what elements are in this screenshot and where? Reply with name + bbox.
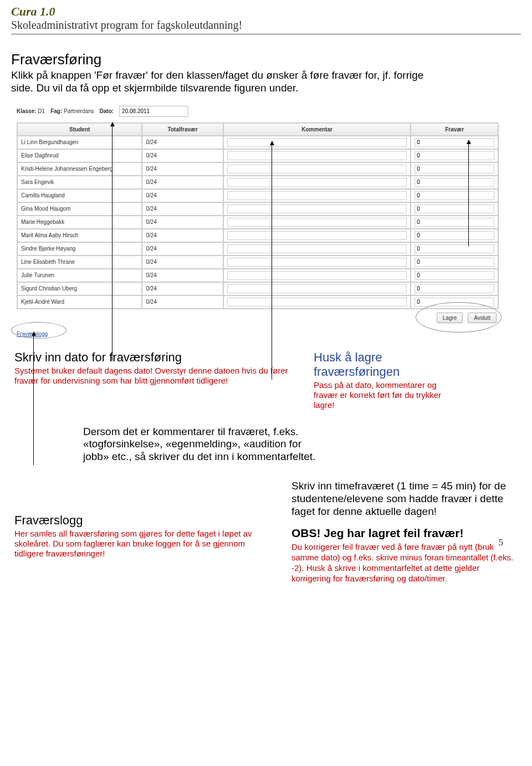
cell-student: Marie Heggebakk — [17, 216, 142, 229]
table-row: Sindre Bjørke Høyang0/24 — [17, 242, 498, 256]
klasse-label: Klasse: — [17, 108, 37, 114]
cell-student: Camilla Haugland — [17, 189, 142, 202]
cell-kommentar — [223, 202, 411, 216]
annotation-arrow — [33, 332, 34, 465]
kommentar-input[interactable] — [227, 271, 407, 280]
cell-kommentar — [223, 176, 411, 189]
kommentar-input[interactable] — [227, 298, 407, 307]
cell-kommentar — [223, 162, 411, 176]
filter-bar: Klasse: D1 Fag: Partnerdans Dato: — [17, 106, 499, 117]
kommentar-input[interactable] — [227, 244, 407, 253]
annotation-arrow — [272, 141, 272, 380]
anno-husk-title: Husk å lagre fraværsføringen — [314, 350, 452, 379]
col-kommentar: Kommentar — [223, 123, 411, 136]
app-subtitle: Skoleadministrativt program for fagskole… — [11, 19, 521, 32]
kommentar-input[interactable] — [227, 231, 407, 240]
annotation-arrow — [468, 140, 469, 247]
cell-kommentar — [223, 295, 411, 309]
cell-student: Gina Mood Haugom — [17, 202, 142, 216]
kommentar-input[interactable] — [227, 191, 407, 200]
kommentar-input[interactable] — [227, 165, 407, 173]
klasse-value: D1 — [38, 108, 45, 114]
kommentar-input[interactable] — [227, 218, 407, 227]
annotation-arrow — [112, 122, 112, 361]
fravaer-input[interactable] — [415, 178, 494, 187]
kommentar-input[interactable] — [227, 178, 407, 187]
cell-totalfravaer: 0/24 — [142, 216, 223, 229]
col-student: Student — [17, 123, 142, 136]
fravaer-input[interactable] — [415, 271, 494, 280]
cell-fravaer — [411, 242, 498, 256]
fravaer-input[interactable] — [415, 165, 494, 173]
kommentar-input[interactable] — [227, 138, 407, 147]
fravaer-input[interactable] — [415, 138, 494, 147]
anno-obs-body: Du korrigerer feil fravær ved å føre fra… — [291, 542, 521, 584]
anno-husk-body: Pass på at dato, kommentarer og fravær e… — [314, 380, 452, 410]
application-screenshot: Klasse: D1 Fag: Partnerdans Dato: Studen… — [17, 106, 499, 337]
cell-totalfravaer: 0/24 — [142, 162, 223, 176]
fravaer-input[interactable] — [415, 218, 494, 227]
anno-date-body: Systemet bruker default dagens dato! Ove… — [14, 366, 303, 386]
table-row: Sigurd Christian Uberg0/24 — [17, 282, 498, 295]
page-number: 5 — [499, 537, 504, 548]
intro-text: Klikk på knappen 'Før fravær' for den kl… — [11, 69, 443, 95]
anno-center-text: Dersom det er kommentarer til fraværet, … — [83, 426, 321, 463]
cell-student: Elise Dagfinrud — [17, 149, 142, 162]
table-row: Marie Heggebakk0/24 — [17, 216, 498, 229]
table-row: Kristi-Helene Johannessen Engeberg0/24 — [17, 162, 498, 176]
col-fravaer: Fravær — [411, 123, 498, 136]
kommentar-input[interactable] — [227, 205, 407, 213]
cell-totalfravaer: 0/24 — [142, 189, 223, 202]
dato-label: Dato: — [100, 108, 114, 114]
fravaer-input[interactable] — [415, 231, 494, 240]
table-row: Li Linn Bergundhaugen0/24 — [17, 136, 498, 149]
dato-input[interactable] — [119, 106, 188, 117]
cell-fravaer — [411, 202, 498, 216]
cell-fravaer — [411, 149, 498, 162]
fravaer-input[interactable] — [415, 284, 494, 293]
table-row: Marit Alma Aaby Hirsch0/24 — [17, 229, 498, 242]
fravaer-input[interactable] — [415, 244, 494, 253]
cell-totalfravaer: 0/24 — [142, 242, 223, 256]
cell-fravaer — [411, 176, 498, 189]
anno-date-title: Skriv inn dato for fraværsføring — [14, 350, 303, 365]
cell-fravaer — [411, 269, 498, 282]
cell-kommentar — [223, 136, 411, 149]
kommentar-input[interactable] — [227, 151, 407, 160]
attendance-table: Student Totalfravær Kommentar Fravær Li … — [17, 122, 499, 309]
cell-totalfravaer: 0/24 — [142, 256, 223, 269]
cell-kommentar — [223, 216, 411, 229]
cell-kommentar — [223, 242, 411, 256]
fravaerslogg-link[interactable]: Fraværslogg — [17, 331, 499, 337]
fravaer-input[interactable] — [415, 258, 494, 267]
anno-logg-title: Fraværslogg — [14, 513, 275, 528]
table-row: Camilla Haugland0/24 — [17, 189, 498, 202]
fravaer-input[interactable] — [415, 205, 494, 213]
cell-fravaer — [411, 189, 498, 202]
anno-timefr-text: Skriv inn timefraværet (1 time = 45 min)… — [291, 480, 521, 518]
cell-fravaer — [411, 162, 498, 176]
cell-fravaer — [411, 282, 498, 295]
cell-student: Li Linn Bergundhaugen — [17, 136, 142, 149]
cell-totalfravaer: 0/24 — [142, 149, 223, 162]
annotation-ellipse — [11, 322, 66, 339]
cell-totalfravaer: 0/24 — [142, 176, 223, 189]
cell-kommentar — [223, 189, 411, 202]
cell-totalfravaer: 0/24 — [142, 202, 223, 216]
app-title: Cura 1.0 — [11, 4, 521, 19]
cell-student: Sigurd Christian Uberg — [17, 282, 142, 295]
cell-fravaer — [411, 136, 498, 149]
section-title: Fraværsføring — [11, 51, 521, 68]
annotation-ellipse — [416, 302, 502, 333]
fravaer-input[interactable] — [415, 191, 494, 200]
cell-kommentar — [223, 149, 411, 162]
col-totalfravaer: Totalfravær — [142, 123, 223, 136]
cell-kommentar — [223, 229, 411, 242]
cell-totalfravaer: 0/24 — [142, 295, 223, 309]
kommentar-input[interactable] — [227, 258, 407, 267]
cell-student: Kristi-Helene Johannessen Engeberg — [17, 162, 142, 176]
kommentar-input[interactable] — [227, 284, 407, 293]
anno-logg-body: Her samles all fraværsføring som gjøres … — [14, 529, 275, 559]
cell-student: Sara Engevik — [17, 176, 142, 189]
fravaer-input[interactable] — [415, 151, 494, 160]
